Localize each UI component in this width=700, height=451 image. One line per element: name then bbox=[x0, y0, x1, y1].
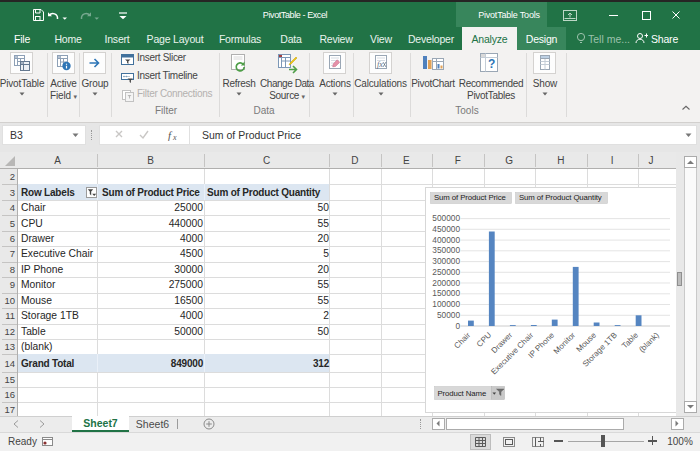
svg-text:0: 0 bbox=[455, 321, 460, 331]
svg-text:300000: 300000 bbox=[432, 256, 460, 266]
svg-text:50000: 50000 bbox=[437, 310, 460, 320]
svg-text:fx: fx bbox=[377, 60, 383, 69]
svg-text:400000: 400000 bbox=[432, 235, 460, 245]
svg-text:200000: 200000 bbox=[432, 278, 460, 288]
svg-text:250000: 250000 bbox=[432, 267, 460, 277]
svg-text:450000: 450000 bbox=[432, 224, 460, 234]
svg-text:150000: 150000 bbox=[432, 288, 460, 298]
svg-text:?: ? bbox=[488, 57, 495, 71]
svg-text:Sum of Product Quantity: Sum of Product Quantity bbox=[519, 193, 602, 202]
svg-text:500000: 500000 bbox=[432, 213, 460, 223]
svg-text:x: x bbox=[172, 133, 177, 142]
svg-text:100000: 100000 bbox=[432, 299, 460, 309]
svg-text:Sum of Product Price: Sum of Product Price bbox=[434, 193, 506, 202]
svg-text:350000: 350000 bbox=[432, 245, 460, 255]
svg-text:Product Name: Product Name bbox=[438, 389, 487, 398]
